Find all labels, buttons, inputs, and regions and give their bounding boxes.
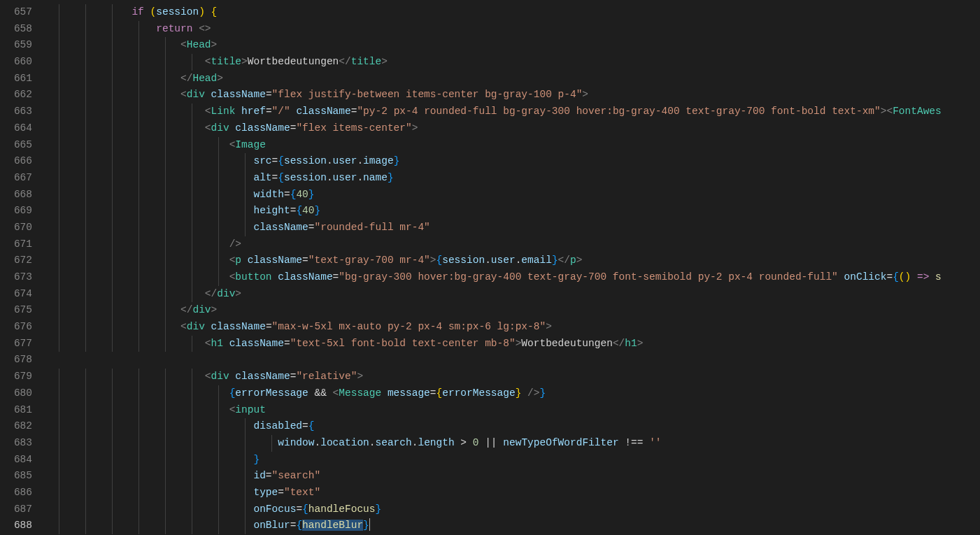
code-line[interactable]: <div className="flex justify-between ite… xyxy=(59,87,980,104)
code-editor[interactable]: 6576586596606616626636646656666676686696… xyxy=(0,0,980,535)
code-line[interactable]: /> xyxy=(59,236,980,253)
token-text xyxy=(144,6,150,17)
line-number: 679 xyxy=(0,369,38,385)
line-number: 669 xyxy=(0,203,38,220)
token-text: . xyxy=(327,172,333,183)
token-text: = xyxy=(272,155,278,166)
token-yellowb: ( xyxy=(899,271,905,283)
token-attr: className xyxy=(229,338,284,349)
token-text xyxy=(205,321,211,332)
token-jsxp: > xyxy=(241,56,248,67)
token-attr: className xyxy=(211,321,266,332)
code-line[interactable]: alt={session.user.name} xyxy=(59,170,980,187)
token-text: = xyxy=(284,338,290,349)
token-attr: height xyxy=(253,205,290,216)
code-line[interactable]: </div> xyxy=(59,302,980,319)
token-func: s xyxy=(935,271,942,283)
token-text: = xyxy=(278,487,284,498)
token-text xyxy=(929,271,935,283)
code-line[interactable]: <button className="bg-gray-300 hover:bg-… xyxy=(59,269,980,286)
line-number: 681 xyxy=(0,402,38,419)
token-yellowb: { xyxy=(211,6,218,17)
line-number: 673 xyxy=(0,269,38,286)
code-line[interactable] xyxy=(59,352,980,369)
token-string: '' xyxy=(649,437,661,448)
token-yellowb: ) xyxy=(199,6,205,17)
code-line[interactable]: </div> xyxy=(59,286,980,303)
token-text: = xyxy=(266,89,272,100)
token-tag: div xyxy=(211,122,229,134)
token-text: = xyxy=(296,504,302,515)
token-attr: disabled xyxy=(253,420,302,431)
line-number: 667 xyxy=(0,170,38,187)
token-attr: className xyxy=(278,271,332,283)
code-line[interactable]: disabled={ xyxy=(59,418,980,435)
line-number: 664 xyxy=(0,120,38,137)
code-line[interactable]: <Link href="/" className="py-2 px-4 roun… xyxy=(59,104,980,120)
token-tag: FontAwes xyxy=(893,106,942,117)
token-var: user xyxy=(333,172,357,183)
token-text: = xyxy=(266,470,272,481)
token-blueb: } xyxy=(363,520,369,531)
token-attr: type xyxy=(253,487,278,498)
token-jsxp: > xyxy=(582,89,588,100)
code-line[interactable]: <Head> xyxy=(59,37,980,54)
token-blueb: } xyxy=(314,205,320,216)
code-line[interactable]: <h1 className="text-5xl font-bold text-c… xyxy=(59,336,980,352)
token-jsxp: </ xyxy=(339,56,350,67)
token-text: > xyxy=(455,437,473,448)
code-line[interactable]: src={session.user.image} xyxy=(59,153,980,170)
token-tag: input xyxy=(235,404,266,415)
code-line[interactable]: </Head> xyxy=(59,71,980,87)
token-jsxp: > xyxy=(381,56,388,67)
token-var: name xyxy=(363,172,388,183)
token-jsxp: /> xyxy=(527,387,539,399)
code-line[interactable]: <Image xyxy=(59,137,980,154)
token-string: "flex justify-between items-center bg-gr… xyxy=(272,89,583,100)
code-line[interactable]: className="rounded-full mr-4" xyxy=(59,220,980,236)
line-number-gutter: 6576586596606616626636646656666676686696… xyxy=(0,0,50,535)
code-line[interactable]: <div className="relative"> xyxy=(59,369,980,385)
token-tag: h1 xyxy=(625,338,637,349)
token-attr: href xyxy=(241,106,266,117)
token-jsxp: </ xyxy=(205,288,217,299)
token-tag: div xyxy=(187,321,205,332)
code-line[interactable]: type="text" xyxy=(59,485,980,501)
line-number: 658 xyxy=(0,21,38,38)
token-attr: src xyxy=(253,155,271,166)
code-line[interactable]: {errorMessage && <Message message={error… xyxy=(59,385,980,402)
code-line[interactable]: return <> xyxy=(59,21,980,38)
line-number: 666 xyxy=(0,153,38,170)
token-string: "rounded-full mr-4" xyxy=(314,222,429,233)
token-attr: className xyxy=(248,255,302,266)
token-jsxp: > xyxy=(357,371,363,382)
code-line[interactable]: window.location.search.length > 0 || new… xyxy=(59,435,980,452)
token-string: "relative" xyxy=(296,371,357,382)
token-text xyxy=(272,271,278,283)
token-string: "text-gray-700 mr-4" xyxy=(308,255,430,266)
token-jsxp: <> xyxy=(199,23,211,34)
code-line[interactable]: <div className="max-w-5xl mx-auto py-2 p… xyxy=(59,319,980,336)
code-line[interactable]: <title>Wortbedeutungen</title> xyxy=(59,54,980,71)
code-line[interactable]: onFocus={handleFocus} xyxy=(59,501,980,518)
token-tag: Image xyxy=(235,139,266,150)
token-blueb: { xyxy=(278,172,284,183)
code-line[interactable]: onBlur={handleBlur} xyxy=(59,518,980,534)
code-line[interactable]: <p className="text-gray-700 mr-4">{sessi… xyxy=(59,252,980,269)
code-line[interactable]: if (session) { xyxy=(59,4,980,21)
line-number: 661 xyxy=(0,71,38,87)
code-line[interactable]: height={40} xyxy=(59,203,980,220)
code-line[interactable]: <input xyxy=(59,402,980,419)
line-number: 662 xyxy=(0,87,38,104)
token-tag: title xyxy=(211,56,242,67)
code-line[interactable]: id="search" xyxy=(59,468,980,485)
code-line[interactable]: <div className="flex items-center"> xyxy=(59,120,980,137)
token-string: "/" xyxy=(272,106,290,117)
code-line[interactable]: width={40} xyxy=(59,187,980,204)
code-line[interactable]: } xyxy=(59,452,980,469)
token-blueb: } xyxy=(394,155,400,166)
token-string: "text" xyxy=(284,487,320,498)
code-area[interactable]: if (session) { return <> <Head> <title>W… xyxy=(50,0,980,535)
token-text xyxy=(205,89,211,100)
token-tag: Message xyxy=(339,387,381,399)
